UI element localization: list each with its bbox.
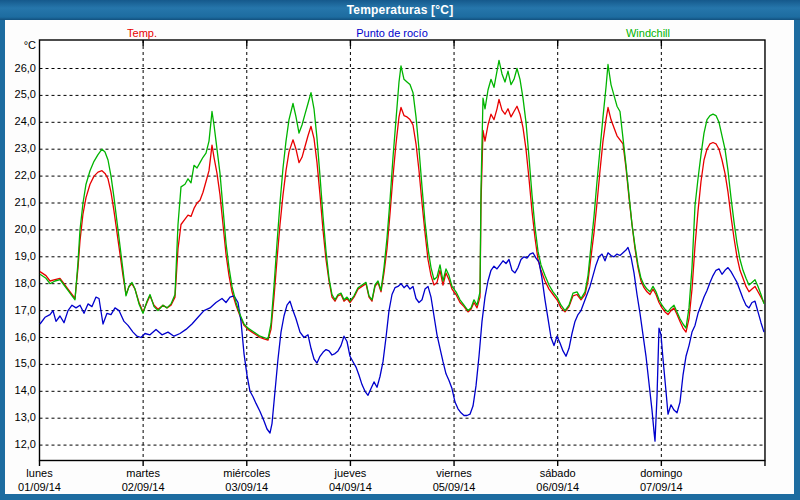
legend-item-punto-de-roc-o: Punto de rocío [356, 27, 428, 39]
x-axis-day-label: lunes01/09/14 [18, 466, 61, 494]
y-axis-tick-label: 15,0 [2, 357, 36, 369]
x-axis-day-label: sábado06/09/14 [536, 466, 579, 494]
y-axis-unit-label: °C [2, 39, 36, 51]
y-axis-tick-label: 16,0 [2, 331, 36, 343]
y-axis-tick-label: 14,0 [2, 384, 36, 396]
x-axis-day-label: viernes05/09/14 [433, 466, 476, 494]
y-axis-tick-label: 24,0 [2, 115, 36, 127]
app-window: Temperaturas [°C] Temp.Punto de rocíoWin… [0, 0, 800, 500]
y-axis-tick-label: 12,0 [2, 438, 36, 450]
window-border-left [0, 20, 5, 500]
y-axis-tick-label: 13,0 [2, 411, 36, 423]
y-axis-tick-label: 22,0 [2, 169, 36, 181]
y-axis-tick-label: 18,0 [2, 277, 36, 289]
x-axis-day-label: jueves04/09/14 [329, 466, 372, 494]
y-axis-tick-label: 23,0 [2, 142, 36, 154]
y-axis-tick-label: 21,0 [2, 196, 36, 208]
window-border-bottom [0, 494, 800, 500]
y-axis-tick-label: 17,0 [2, 304, 36, 316]
x-axis-day-label: martes02/09/14 [122, 466, 165, 494]
plot-area [40, 40, 765, 461]
y-axis-tick-label: 25,0 [2, 88, 36, 100]
legend-item-windchill: Windchill [626, 27, 670, 39]
window-border-right [794, 20, 800, 500]
y-axis-tick-label: 20,0 [2, 223, 36, 235]
x-axis-day-label: domingo07/09/14 [640, 466, 683, 494]
temperature-chart [0, 0, 800, 500]
y-axis-tick-label: 19,0 [2, 250, 36, 262]
legend-item-temp-: Temp. [127, 27, 157, 39]
y-axis-tick-label: 26,0 [2, 62, 36, 74]
x-axis-day-label: miércoles03/09/14 [223, 466, 270, 494]
